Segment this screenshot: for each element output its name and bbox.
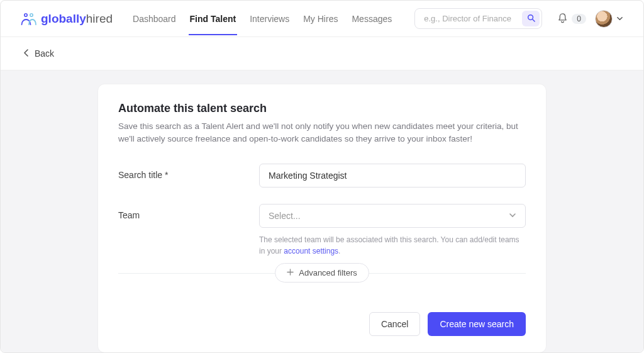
page-body: Automate this talent search Save this se… — [1, 70, 643, 352]
chevron-down-icon — [509, 211, 516, 221]
team-label: Team — [118, 204, 244, 220]
notification-count: 0 — [572, 14, 586, 24]
brand-logo[interactable]: globallyhired — [21, 12, 113, 26]
search-title-label: Search title * — [118, 164, 244, 180]
account-settings-link[interactable]: account settings — [284, 247, 338, 255]
avatar — [595, 10, 613, 28]
form-actions: Cancel Create new search — [118, 312, 526, 336]
create-search-button[interactable]: Create new search — [428, 312, 526, 336]
back-button[interactable]: Back — [23, 48, 54, 59]
bell-icon — [557, 13, 568, 25]
nav-messages[interactable]: Messages — [352, 3, 392, 35]
notifications-button[interactable]: 0 — [557, 13, 586, 25]
nav-interviews[interactable]: Interviews — [250, 3, 289, 35]
search-icon — [527, 14, 535, 24]
team-select[interactable]: Select... — [259, 204, 526, 228]
cancel-button[interactable]: Cancel — [369, 312, 421, 336]
back-label: Back — [35, 48, 54, 59]
team-select-placeholder: Select... — [269, 211, 301, 221]
global-search — [414, 8, 542, 29]
app-header: globallyhired Dashboard Find Talent Inte… — [1, 1, 643, 37]
advanced-filters-row: Advanced filters — [118, 273, 526, 293]
team-helper-text: The selected team will be associated wit… — [259, 234, 526, 257]
page-description: Save this search as a Talent Alert and w… — [118, 120, 526, 146]
advanced-filters-label: Advanced filters — [299, 268, 357, 277]
svg-point-1 — [30, 13, 33, 16]
nav-find-talent[interactable]: Find Talent — [190, 3, 236, 35]
chevron-left-icon — [23, 48, 30, 59]
people-icon — [21, 12, 37, 26]
svg-line-3 — [533, 19, 535, 21]
main-nav: Dashboard Find Talent Interviews My Hire… — [133, 3, 392, 35]
back-bar: Back — [1, 37, 643, 70]
search-form-card: Automate this talent search Save this se… — [98, 84, 546, 352]
user-menu[interactable] — [595, 10, 623, 28]
brand-text: globallyhired — [41, 12, 113, 26]
page-title: Automate this talent search — [118, 102, 526, 115]
nav-my-hires[interactable]: My Hires — [303, 3, 338, 35]
search-button[interactable] — [522, 11, 540, 26]
search-title-input[interactable] — [259, 164, 526, 188]
field-team: Team Select... The selected team will be… — [118, 204, 526, 257]
advanced-filters-button[interactable]: Advanced filters — [275, 263, 369, 283]
svg-point-0 — [25, 13, 27, 16]
field-search-title: Search title * — [118, 164, 526, 188]
plus-icon — [287, 268, 294, 277]
chevron-down-icon — [616, 14, 623, 24]
nav-dashboard[interactable]: Dashboard — [133, 3, 176, 35]
